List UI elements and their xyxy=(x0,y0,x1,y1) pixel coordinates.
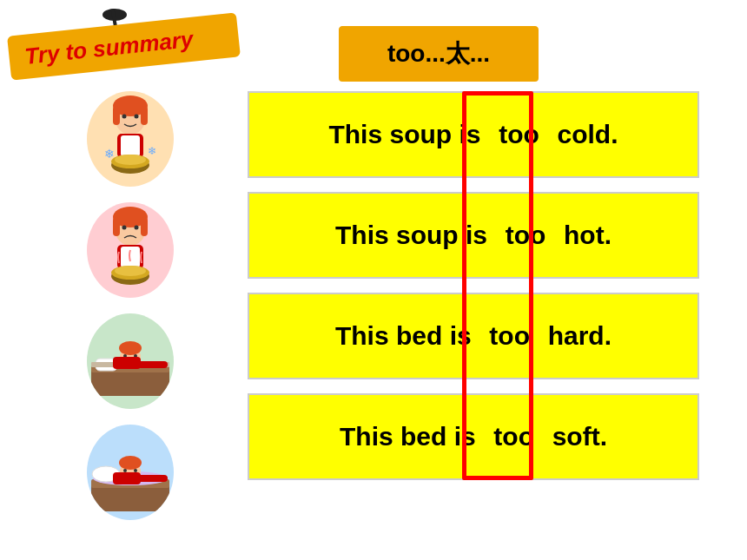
title-text: too...太... xyxy=(387,40,490,67)
svg-rect-43 xyxy=(137,475,168,482)
adj-3: hard. xyxy=(545,321,611,351)
title-box: too...太... xyxy=(339,26,539,82)
image-bed-soft xyxy=(87,425,174,520)
banner-area: Try to summary xyxy=(9,9,252,96)
sentence-row-2: This soup is too hot. xyxy=(248,192,699,279)
sentence-row-3: This bed is too hard. xyxy=(248,293,699,379)
svg-point-17 xyxy=(122,226,127,230)
svg-point-10 xyxy=(115,155,146,165)
svg-rect-42 xyxy=(113,472,141,484)
too-1: too xyxy=(485,120,554,149)
banner-box: Try to summary xyxy=(7,12,241,80)
svg-point-40 xyxy=(123,469,127,472)
svg-rect-2 xyxy=(113,106,120,125)
svg-rect-16 xyxy=(141,217,148,236)
svg-rect-32 xyxy=(137,361,168,368)
image-bed-hard xyxy=(87,313,174,409)
bed-hard-svg xyxy=(87,313,174,409)
soup-cold-svg: ❄ ❄ xyxy=(91,96,169,182)
image-soup-cold: ❄ ❄ xyxy=(87,91,174,187)
svg-point-5 xyxy=(135,115,139,119)
svg-rect-3 xyxy=(141,106,148,125)
images-column: ❄ ❄ xyxy=(87,91,174,520)
svg-rect-33 xyxy=(113,357,141,369)
sentence-text-3: This bed is too hard. xyxy=(249,321,697,351)
sentence-row-1: This soup is too cold. xyxy=(248,91,699,178)
adj-2: hot. xyxy=(560,221,611,250)
svg-rect-7 xyxy=(121,135,140,156)
adj-4: soft. xyxy=(549,422,607,451)
sentence-row-4: This bed is too soft. xyxy=(248,393,699,480)
subject-4: This bed is xyxy=(340,422,479,451)
svg-point-39 xyxy=(119,456,142,470)
too-4: too xyxy=(479,422,549,451)
svg-point-4 xyxy=(122,115,127,119)
subject-2: This soup is xyxy=(335,221,491,250)
sentence-text-2: This soup is too hot. xyxy=(249,221,697,250)
banner-label: Try to summary xyxy=(23,26,195,69)
svg-point-23 xyxy=(115,266,146,276)
sentences-area: This soup is too cold. This soup is too … xyxy=(248,91,699,480)
too-2: too xyxy=(491,221,560,250)
soup-hot-svg xyxy=(91,207,169,293)
bed-soft-svg xyxy=(87,425,174,520)
svg-text:❄: ❄ xyxy=(104,147,115,161)
svg-rect-15 xyxy=(113,217,120,236)
sentence-text-1: This soup is too cold. xyxy=(249,120,697,149)
svg-point-18 xyxy=(135,226,139,230)
adj-1: cold. xyxy=(554,120,618,149)
sentence-text-4: This bed is too soft. xyxy=(249,422,697,451)
svg-point-41 xyxy=(134,469,137,472)
image-soup-hot xyxy=(87,202,174,298)
subject-3: This bed is xyxy=(335,321,475,351)
too-3: too xyxy=(475,321,545,351)
svg-text:❄: ❄ xyxy=(148,145,156,157)
svg-point-29 xyxy=(119,341,142,355)
subject-1: This soup is xyxy=(328,120,484,149)
